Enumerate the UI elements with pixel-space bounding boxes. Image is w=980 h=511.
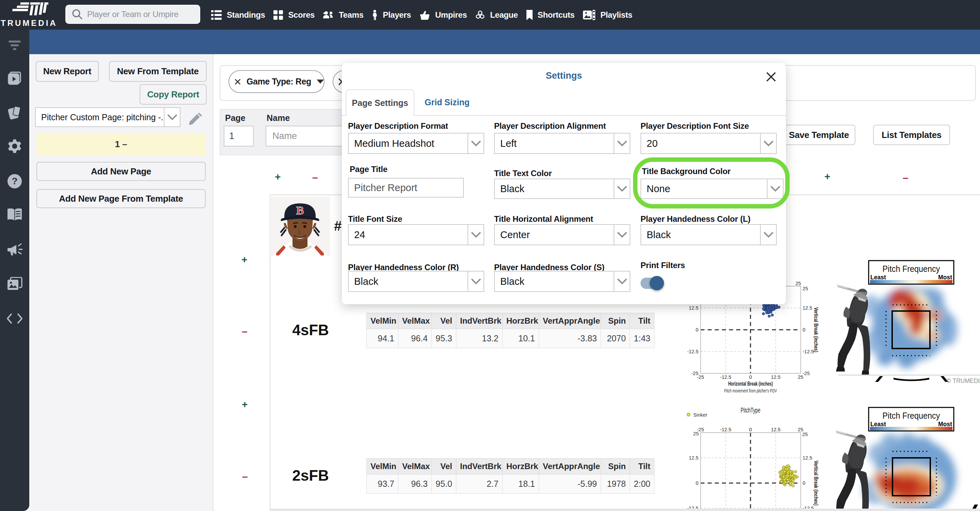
svg-text:PitchType: PitchType xyxy=(741,406,760,414)
svg-text:0: 0 xyxy=(749,427,752,432)
svg-text:0: 0 xyxy=(803,327,805,333)
svg-text:-25: -25 xyxy=(803,371,810,376)
svg-text:0: 0 xyxy=(749,374,752,380)
svg-text:12.5: 12.5 xyxy=(803,305,812,311)
svg-text:12.5: 12.5 xyxy=(803,455,812,460)
svg-text:© TRUMEDIA 2024: © TRUMEDIA 2024 xyxy=(947,377,980,384)
svg-text:12.5: 12.5 xyxy=(771,427,780,432)
svg-text:12.5: 12.5 xyxy=(771,374,780,380)
svg-text:-12.5: -12.5 xyxy=(687,349,698,354)
svg-text:25: 25 xyxy=(803,286,808,291)
svg-text:12.5: 12.5 xyxy=(689,455,698,460)
svg-text:Vertical Break (inches): Vertical Break (inches) xyxy=(813,460,819,506)
svg-text:-12.5: -12.5 xyxy=(720,374,731,380)
svg-text:Sinker: Sinker xyxy=(693,412,707,418)
svg-text:12.5: 12.5 xyxy=(689,305,698,311)
svg-text:0: 0 xyxy=(696,480,698,486)
svg-text:25: 25 xyxy=(802,431,808,437)
svg-text:25: 25 xyxy=(795,281,801,286)
svg-text:-12.5: -12.5 xyxy=(720,427,731,432)
svg-text:Vertical Break (inches): Vertical Break (inches) xyxy=(813,307,819,352)
svg-text:Pitch movement from pitcher's: Pitch movement from pitcher's POV xyxy=(724,388,777,393)
svg-text:-25: -25 xyxy=(697,374,704,380)
svg-text:Horizontal Break (inches): Horizontal Break (inches) xyxy=(729,381,773,387)
svg-text:0: 0 xyxy=(803,480,805,486)
svg-text:-12.5: -12.5 xyxy=(803,349,814,354)
svg-text:25: 25 xyxy=(798,374,803,380)
svg-text:25: 25 xyxy=(693,431,699,436)
svg-text:0: 0 xyxy=(696,327,698,333)
